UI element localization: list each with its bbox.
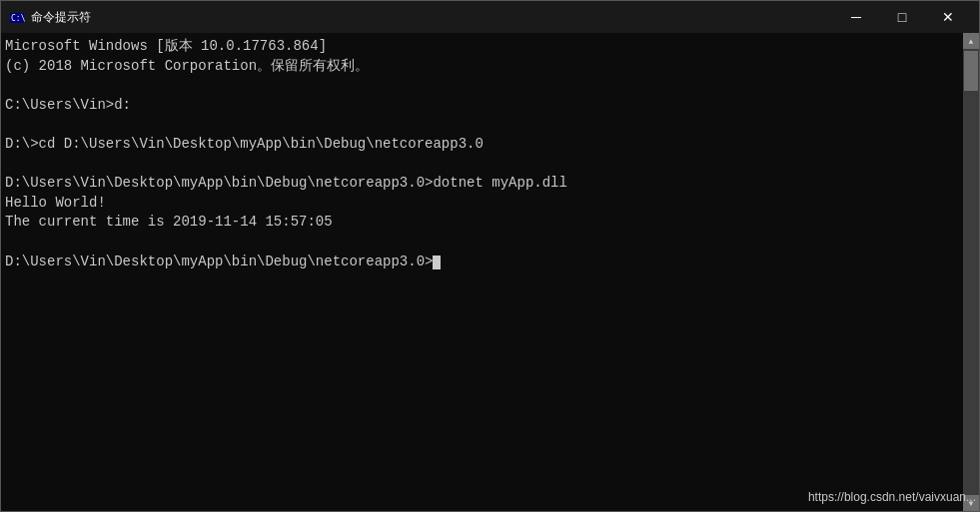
terminal-line-1: Microsoft Windows [版本 10.0.17763.864]	[5, 38, 327, 54]
terminal-content[interactable]: Microsoft Windows [版本 10.0.17763.864] (c…	[1, 33, 963, 511]
watermark: https://blog.csdn.net/vaivxuan...	[808, 490, 976, 504]
terminal-line-6: D:\>cd D:\Users\Vin\Desktop\myApp\bin\De…	[5, 136, 484, 152]
cmd-window: C:\ 命令提示符 ─ □ ✕ Microsoft Windows [版本 10…	[0, 0, 980, 512]
scrollbar-up-arrow[interactable]: ▲	[963, 33, 979, 49]
title-bar: C:\ 命令提示符 ─ □ ✕	[1, 1, 979, 33]
terminal-line-10: The current time is 2019-11-14 15:57:05	[5, 214, 333, 230]
terminal-line-4: C:\Users\Vin>d:	[5, 97, 131, 113]
terminal-line-12: D:\Users\Vin\Desktop\myApp\bin\Debug\net…	[5, 254, 433, 269]
minimize-button[interactable]: ─	[833, 1, 879, 33]
terminal-line-2: (c) 2018 Microsoft Corporation。保留所有权利。	[5, 58, 369, 74]
terminal-line-8: D:\Users\Vin\Desktop\myApp\bin\Debug\net…	[5, 175, 567, 191]
scrollbar: ▲ ▼	[963, 33, 979, 511]
maximize-button[interactable]: □	[879, 1, 925, 33]
window-body: Microsoft Windows [版本 10.0.17763.864] (c…	[1, 33, 979, 511]
terminal-line-9: Hello World!	[5, 195, 106, 211]
title-text: 命令提示符	[31, 9, 91, 26]
close-button[interactable]: ✕	[925, 1, 971, 33]
title-bar-left: C:\ 命令提示符	[9, 9, 91, 26]
cursor	[433, 256, 441, 269]
cmd-icon: C:\	[9, 9, 25, 25]
scrollbar-track	[963, 49, 979, 495]
svg-text:C:\: C:\	[11, 14, 25, 23]
title-bar-controls: ─ □ ✕	[833, 1, 971, 33]
scrollbar-thumb[interactable]	[964, 51, 978, 91]
